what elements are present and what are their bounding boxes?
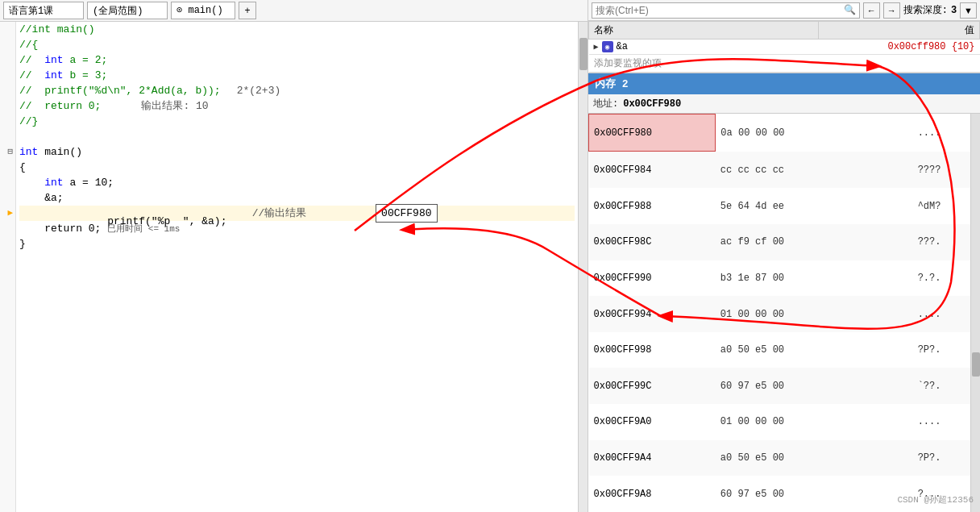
memory-address-bar: 地址: 0x00CFF980: [588, 94, 980, 114]
name-column-header: 名称: [589, 22, 819, 40]
code-line: [19, 129, 575, 144]
memory-chars-cell: ?.?.: [913, 260, 970, 297]
memory-table-row: 0x00CFF998a0 50 e5 00?P?.: [589, 332, 971, 368]
address-value: 0x00CFF980: [623, 98, 681, 110]
memory-chars-cell: ....: [913, 114, 970, 152]
memory-bytes-cell: 5e 64 4d ee: [716, 188, 913, 224]
watch-name-label: &a: [617, 41, 628, 52]
memory-chars-cell: ....: [913, 404, 970, 440]
watch-type-icon: ◉: [602, 41, 613, 52]
depth-value: 3: [951, 5, 957, 16]
memory-chars-cell: `??.: [913, 368, 970, 404]
watch-panel: 🔍 ← → 搜索深度: 3 ▼ 名称 值: [588, 0, 980, 73]
search-input[interactable]: [596, 5, 844, 16]
memory-bytes-cell: ac f9 cf 00: [716, 224, 913, 260]
memory-chars-cell: ????: [913, 152, 970, 188]
function-dropdown[interactable]: ⊙ main(): [171, 2, 235, 19]
address-value-box: 00CFF980: [376, 204, 437, 223]
code-line: // printf("%d\n", 2*Add(a, b));2*(2+3): [19, 83, 575, 98]
watch-toolbar: 🔍 ← → 搜索深度: 3 ▼: [588, 0, 980, 21]
memory-table-row: 0x00CFF9885e 64 4d ee^dM?: [589, 188, 971, 224]
memory-table-row: 0x00CFF9800a 00 00 00....: [589, 114, 971, 152]
memory-table-row: 0x00CFF990b3 1e 87 00?.?.: [589, 260, 971, 297]
code-toolbar: 语言第1课 (全局范围) ⊙ main() +: [0, 0, 588, 22]
code-line: // int b = 3;: [19, 68, 575, 83]
expand-arrow-icon[interactable]: ▶: [594, 42, 599, 52]
search-box[interactable]: 🔍: [592, 2, 860, 19]
search-icon: 🔍: [844, 4, 856, 16]
memory-panel: 内存 2 地址: 0x00CFF980 0x00CFF9800a 00 00 0…: [588, 73, 980, 512]
code-line: // int a = 2;: [19, 52, 575, 68]
memory-table-row: 0x00CFF984cc cc cc cc????: [589, 152, 971, 188]
memory-panel-title: 内存 2: [588, 73, 980, 94]
scope-dropdown[interactable]: (全局范围): [87, 2, 168, 19]
add-watch-label[interactable]: 添加要监视的项: [589, 55, 980, 73]
code-line: //}: [19, 114, 575, 129]
code-content: ⊟ ▶ //int main() //{ // int a = 2; // in…: [0, 22, 588, 512]
memory-address-cell: 0x00CFF9A4: [589, 440, 716, 477]
course-dropdown[interactable]: 语言第1课: [3, 2, 84, 19]
watch-table-row: ▶ ◉ &a 0x00cff980 {10}: [589, 40, 980, 55]
memory-address-cell: 0x00CFF998: [589, 332, 716, 368]
watermark: CSDN @孙超12356: [897, 493, 974, 506]
code-line-current: printf("%p ", &a); //输出结果 00CFF980: [19, 206, 575, 221]
depth-dropdown-button[interactable]: ▼: [960, 2, 977, 19]
memory-address-cell: 0x00CFF988: [589, 188, 716, 224]
scrollbar-thumb[interactable]: [579, 38, 588, 70]
memory-table: 0x00CFF9800a 00 00 00....0x00CFF984cc cc…: [588, 114, 970, 512]
right-panel: 🔍 ← → 搜索深度: 3 ▼ 名称 值: [588, 0, 980, 512]
add-watch-button[interactable]: +: [239, 2, 256, 19]
memory-chars-cell: ^dM?: [913, 188, 970, 224]
memory-chars-cell: ?P?.: [913, 332, 970, 368]
code-line: }: [19, 236, 575, 252]
memory-table-row: 0x00CFF99C60 97 e5 00`??.: [589, 368, 971, 404]
memory-bytes-cell: cc cc cc cc: [716, 152, 913, 188]
memory-bytes-cell: 60 97 e5 00: [716, 368, 913, 404]
memory-address-cell: 0x00CFF9A0: [589, 404, 716, 440]
memory-bytes-cell: 60 97 e5 00: [716, 476, 913, 512]
memory-address-cell: 0x00CFF98C: [589, 224, 716, 260]
watch-table: 名称 值 ▶ ◉ &a 0x00cff980 {10}: [588, 21, 980, 73]
memory-bytes-cell: b3 1e 87 00: [716, 260, 913, 297]
depth-label: 搜索深度:: [903, 3, 948, 17]
memory-bytes-cell: a0 50 e5 00: [716, 332, 913, 368]
memory-address-cell: 0x00CFF9A8: [589, 476, 716, 512]
memory-address-cell: 0x00CFF984: [589, 152, 716, 188]
memory-address-cell: 0x00CFF980: [589, 114, 716, 152]
code-line: {: [19, 160, 575, 175]
value-column-header: 值: [819, 22, 980, 40]
memory-table-row: 0x00CFF99401 00 00 00....: [589, 296, 971, 332]
memory-table-row: 0x00CFF9A001 00 00 00....: [589, 404, 971, 440]
code-line: //{: [19, 37, 575, 52]
memory-scrollbar-thumb[interactable]: [972, 352, 980, 377]
memory-chars-cell: ???.: [913, 224, 970, 260]
memory-table-row: 0x00CFF9A4a0 50 e5 00?P?.: [589, 440, 971, 477]
memory-address-cell: 0x00CFF990: [589, 260, 716, 297]
memory-chars-cell: ?P?.: [913, 440, 970, 477]
code-area: //int main() //{ // int a = 2; // int b …: [16, 22, 578, 512]
code-line: return 0; 已用时间 <= 1ms: [19, 221, 575, 236]
watch-item-value: 0x00cff980 {10}: [819, 40, 980, 55]
line-numbers: ⊟ ▶: [0, 22, 16, 512]
watch-item-name: ▶ ◉ &a: [589, 40, 819, 55]
memory-table-container: 0x00CFF9800a 00 00 00....0x00CFF984cc cc…: [588, 114, 980, 512]
code-line: // return 0;输出结果: 10: [19, 98, 575, 114]
watch-table-header: 名称 值: [589, 22, 980, 40]
memory-scrollbar[interactable]: [970, 114, 980, 512]
code-line: int main(): [19, 144, 575, 160]
code-scrollbar[interactable]: [578, 22, 588, 512]
memory-chars-cell: ....: [913, 296, 970, 332]
memory-address-cell: 0x00CFF99C: [589, 368, 716, 404]
address-label: 地址:: [593, 97, 618, 110]
memory-bytes-cell: 01 00 00 00: [716, 404, 913, 440]
memory-bytes-cell: 01 00 00 00: [716, 296, 913, 332]
code-line: //int main(): [19, 22, 575, 37]
search-forward-button[interactable]: →: [883, 2, 900, 19]
add-watch-row[interactable]: 添加要监视的项: [589, 55, 980, 73]
memory-table-row: 0x00CFF98Cac f9 cf 00???.: [589, 224, 971, 260]
search-back-button[interactable]: ←: [863, 2, 880, 19]
code-editor-panel: 语言第1课 (全局范围) ⊙ main() + ⊟: [0, 0, 588, 512]
memory-bytes-cell: a0 50 e5 00: [716, 440, 913, 477]
memory-address-cell: 0x00CFF994: [589, 296, 716, 332]
memory-bytes-cell: 0a 00 00 00: [716, 114, 913, 152]
